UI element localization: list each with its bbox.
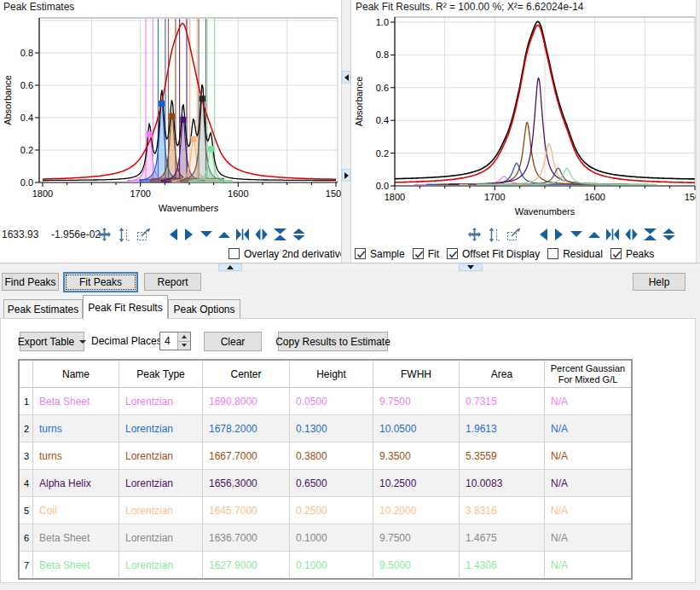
expand-top-pane-button[interactable] xyxy=(218,263,242,271)
report-button[interactable]: Report xyxy=(144,273,201,291)
cell-area[interactable]: 5.3559 xyxy=(460,442,545,469)
expand-x-icon[interactable] xyxy=(255,228,268,240)
column-header-name[interactable]: Name xyxy=(33,361,119,388)
cell-fwhh[interactable]: 10.2000 xyxy=(373,497,460,523)
cell-name[interactable]: turns xyxy=(33,442,119,469)
cell-peak-type[interactable]: Lorentzian xyxy=(119,497,203,523)
cell-percent-gaussian[interactable]: N/A xyxy=(545,470,631,496)
checkbox-icon[interactable] xyxy=(355,248,366,259)
checkbox-icon[interactable] xyxy=(447,248,458,259)
peak-drag-handle[interactable] xyxy=(159,101,165,107)
cell-name[interactable]: Beta Sheet xyxy=(33,388,119,414)
cell-height[interactable]: 0.2500 xyxy=(290,497,373,523)
column-header-center[interactable]: Center xyxy=(203,361,290,388)
table-row[interactable]: 6Beta SheetLorentzian1636.70000.10009.75… xyxy=(20,524,631,552)
peak-drag-handle[interactable] xyxy=(180,117,186,123)
cell-percent-gaussian[interactable]: N/A xyxy=(545,442,631,469)
cell-height[interactable]: 0.1000 xyxy=(290,524,373,551)
checkbox-sample[interactable]: Sample xyxy=(355,248,405,260)
scale-up-icon[interactable] xyxy=(218,229,230,240)
cell-height[interactable]: 0.3800 xyxy=(290,442,373,469)
peak-estimates-chart[interactable]: 0.00.20.40.60.81800170016001500Wavenumbe… xyxy=(0,10,341,225)
column-header-area[interactable]: Area xyxy=(460,361,545,388)
cell-height[interactable]: 0.1000 xyxy=(290,552,373,578)
zoom-region-icon[interactable] xyxy=(136,228,152,241)
checkbox-icon[interactable] xyxy=(413,248,424,259)
cell-peak-type[interactable]: Lorentzian xyxy=(119,442,203,469)
cell-center[interactable]: 1678.2000 xyxy=(203,415,290,442)
cell-area[interactable]: 3.8316 xyxy=(460,497,545,523)
scale-up-icon[interactable] xyxy=(588,229,600,240)
cell-name[interactable]: Alpha Helix xyxy=(33,470,119,496)
cell-percent-gaussian[interactable]: N/A xyxy=(545,524,631,551)
scroll-right-icon[interactable] xyxy=(554,228,564,240)
checkbox-fit[interactable]: Fit xyxy=(413,248,439,260)
cell-center[interactable]: 1656.3000 xyxy=(203,470,290,496)
tab-peak-fit-results[interactable]: Peak Fit Results xyxy=(83,295,168,319)
cell-percent-gaussian[interactable]: N/A xyxy=(545,388,631,414)
checkbox-icon[interactable] xyxy=(229,248,240,259)
compress-x-icon[interactable] xyxy=(606,228,619,240)
table-row[interactable]: 5CoilLorentzian1645.70000.250010.20003.8… xyxy=(20,497,631,524)
compress-x-icon[interactable] xyxy=(236,228,249,240)
cell-fwhh[interactable]: 9.7500 xyxy=(373,524,460,551)
expand-right-pane-button[interactable] xyxy=(342,169,350,182)
cell-area[interactable]: 1.9613 xyxy=(460,415,545,442)
cell-area[interactable]: 1.4675 xyxy=(460,524,545,551)
cell-center[interactable]: 1690.8000 xyxy=(203,388,290,414)
cell-fwhh[interactable]: 9.5000 xyxy=(373,552,460,578)
help-button[interactable]: Help xyxy=(633,273,686,291)
scale-down-icon[interactable] xyxy=(570,229,582,240)
cell-height[interactable]: 0.6500 xyxy=(290,470,373,496)
scroll-left-icon[interactable] xyxy=(538,228,548,240)
checkbox-icon[interactable] xyxy=(547,248,558,259)
clear-button[interactable]: Clear xyxy=(204,332,262,351)
cell-area[interactable]: 1.4306 xyxy=(460,552,545,578)
cell-center[interactable]: 1645.7000 xyxy=(203,497,290,523)
cell-peak-type[interactable]: Lorentzian xyxy=(119,388,203,414)
cell-center[interactable]: 1636.7000 xyxy=(203,524,290,551)
scroll-left-icon[interactable] xyxy=(168,228,178,240)
horizontal-pane-splitter[interactable] xyxy=(0,263,700,272)
zoom-region-icon[interactable] xyxy=(506,228,522,241)
cell-name[interactable]: Beta Sheet xyxy=(33,524,119,551)
cell-percent-gaussian[interactable]: N/A xyxy=(545,415,631,442)
table-row[interactable]: 1Beta SheetLorentzian1690.80000.05009.75… xyxy=(20,388,631,415)
column-header-percent[interactable]: Percent Gaussian For Mixed G/L xyxy=(545,361,631,388)
cell-fwhh[interactable]: 10.0500 xyxy=(373,415,460,442)
cell-height[interactable]: 0.0500 xyxy=(290,388,373,414)
cell-name[interactable]: Beta Sheet xyxy=(33,552,119,578)
cell-area[interactable]: 0.7315 xyxy=(460,388,545,414)
cell-name[interactable]: turns xyxy=(33,415,119,442)
peak-fit-results-chart[interactable]: 0.00.20.40.60.81.01800170016001500Wavenu… xyxy=(351,10,700,225)
tab-peak-options[interactable]: Peak Options xyxy=(168,299,240,318)
decimal-places-spinner[interactable]: 4 xyxy=(159,332,191,350)
collapse-top-pane-button[interactable] xyxy=(459,263,483,271)
cell-peak-type[interactable]: Lorentzian xyxy=(119,524,203,551)
table-row[interactable]: 3turnsLorentzian1667.70000.38009.35005.3… xyxy=(20,442,631,470)
tab-peak-estimates[interactable]: Peak Estimates xyxy=(3,299,83,318)
axis-scale-icon[interactable] xyxy=(488,228,500,242)
column-header-height[interactable]: Height xyxy=(290,361,373,388)
cell-fwhh[interactable]: 9.7500 xyxy=(373,388,460,414)
table-row[interactable]: 4Alpha HelixLorentzian1656.30000.650010.… xyxy=(20,470,631,497)
cell-percent-gaussian[interactable]: N/A xyxy=(545,552,631,578)
checkbox-icon[interactable] xyxy=(610,248,622,259)
cell-center[interactable]: 1627.9000 xyxy=(203,552,290,578)
fit-peaks-button[interactable]: Fit Peaks xyxy=(63,272,138,292)
peak-drag-handle[interactable] xyxy=(190,136,196,142)
find-peaks-button[interactable]: Find Peaks xyxy=(2,273,59,291)
collapse-left-pane-button[interactable] xyxy=(342,71,350,84)
cell-fwhh[interactable]: 9.3500 xyxy=(373,442,460,469)
compress-y-icon[interactable] xyxy=(274,228,286,240)
copy-results-to-estimate-button[interactable]: Copy Results to Estimate xyxy=(278,332,388,351)
checkbox-peaks[interactable]: Peaks xyxy=(610,248,654,260)
overlay-2nd-derivative-checkbox[interactable]: Overlay 2nd derivative xyxy=(229,248,345,260)
spinner-up-button[interactable] xyxy=(178,333,190,342)
spinner-down-button[interactable] xyxy=(178,342,190,350)
peak-drag-handle[interactable] xyxy=(169,113,175,119)
peak-drag-handle[interactable] xyxy=(200,95,205,101)
column-header-peak[interactable]: Peak Type xyxy=(119,361,203,388)
cell-height[interactable]: 0.1300 xyxy=(290,415,373,442)
cell-percent-gaussian[interactable]: N/A xyxy=(545,497,631,523)
